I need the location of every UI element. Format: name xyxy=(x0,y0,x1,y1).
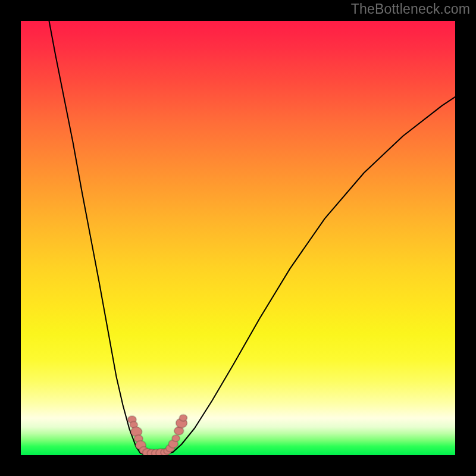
curve-layer xyxy=(21,21,455,455)
plot-area xyxy=(21,21,455,455)
marker-dot xyxy=(179,415,187,421)
marker-group xyxy=(128,415,187,455)
chart-frame: TheBottleneck.com xyxy=(0,0,476,476)
marker-dot xyxy=(172,435,180,441)
curve-right-branch xyxy=(173,97,456,452)
watermark-text: TheBottleneck.com xyxy=(351,1,470,17)
curve-left-branch xyxy=(49,21,140,453)
